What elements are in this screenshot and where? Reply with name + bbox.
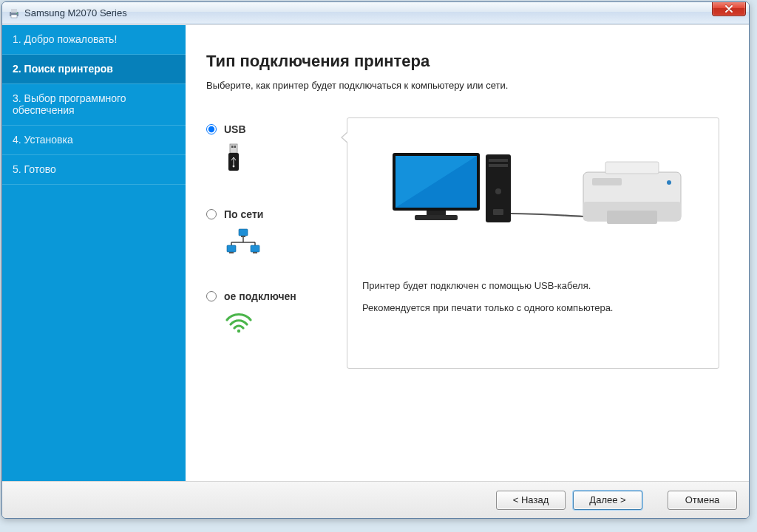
cancel-button[interactable]: Отмена: [668, 491, 737, 510]
option-label: USB: [224, 123, 246, 135]
svg-rect-18: [253, 252, 257, 253]
sidebar: 1. Добро пожаловать! 2. Поиск принтеров …: [2, 25, 186, 481]
svg-point-19: [237, 330, 240, 332]
svg-rect-6: [234, 146, 237, 148]
svg-rect-23: [415, 215, 458, 220]
option-label: По сети: [224, 208, 263, 220]
svg-rect-9: [239, 229, 248, 236]
printer-icon: [8, 7, 20, 19]
svg-rect-4: [230, 144, 237, 153]
wifi-icon: [224, 310, 347, 335]
svg-rect-17: [251, 245, 259, 252]
preview-line-2: Рекомендуется при печати только с одного…: [362, 301, 704, 315]
installer-window: Samsung M2070 Series 1. Добро пожаловать…: [1, 1, 750, 519]
radio-network[interactable]: [206, 209, 217, 219]
preview-line-1: Принтер будет подключен с помощью USB-ка…: [362, 279, 704, 293]
close-icon: [724, 5, 733, 13]
option-usb[interactable]: USB: [206, 123, 347, 176]
window-title: Samsung M2070 Series: [24, 7, 127, 18]
svg-point-33: [667, 180, 671, 185]
option-wireless[interactable]: ое подключен: [206, 290, 347, 335]
close-button[interactable]: [712, 1, 746, 16]
preview-panel: Принтер будет подключен с помощью USB-ка…: [347, 117, 719, 369]
svg-rect-34: [607, 211, 657, 224]
svg-rect-22: [427, 211, 446, 215]
radio-wireless[interactable]: [206, 291, 217, 301]
titlebar[interactable]: Samsung M2070 Series: [2, 2, 749, 24]
body: 1. Добро пожаловать! 2. Поиск принтеров …: [2, 24, 749, 481]
svg-rect-2: [11, 15, 17, 18]
usb-icon: [224, 143, 347, 176]
sidebar-step-search[interactable]: 2. Поиск принтеров: [2, 55, 186, 84]
sidebar-step-done[interactable]: 5. Готово: [2, 155, 186, 185]
svg-rect-25: [489, 159, 508, 162]
svg-rect-5: [231, 146, 234, 148]
svg-rect-10: [241, 236, 245, 237]
page-subtitle: Выберите, как принтер будет подключаться…: [206, 80, 719, 91]
svg-rect-16: [229, 252, 234, 253]
sidebar-step-welcome[interactable]: 1. Добро пожаловать!: [2, 25, 186, 55]
sidebar-step-install[interactable]: 4. Установка: [2, 126, 186, 155]
svg-rect-32: [592, 178, 622, 185]
connection-illustration: [362, 136, 704, 254]
svg-rect-26: [489, 164, 508, 167]
back-button[interactable]: < Назад: [496, 491, 566, 510]
content-columns: USB: [206, 117, 719, 369]
svg-point-27: [495, 188, 501, 194]
svg-point-8: [233, 166, 235, 168]
option-network[interactable]: По сети: [206, 208, 347, 258]
option-label: ое подключен: [224, 290, 296, 302]
next-button[interactable]: Далее >: [573, 491, 642, 510]
svg-rect-1: [11, 9, 17, 13]
svg-rect-15: [227, 245, 236, 252]
svg-point-3: [16, 13, 18, 14]
footer: < Назад Далее > Отмена: [2, 481, 749, 518]
svg-rect-31: [605, 162, 659, 174]
network-icon: [224, 228, 347, 258]
svg-rect-28: [493, 209, 503, 215]
main-panel: Тип подключения принтера Выберите, как п…: [186, 25, 749, 481]
connection-options: USB: [206, 117, 347, 369]
sidebar-step-software[interactable]: 3. Выбор программного обеспечения: [2, 84, 186, 126]
radio-usb[interactable]: [206, 124, 217, 134]
page-title: Тип подключения принтера: [206, 52, 719, 71]
